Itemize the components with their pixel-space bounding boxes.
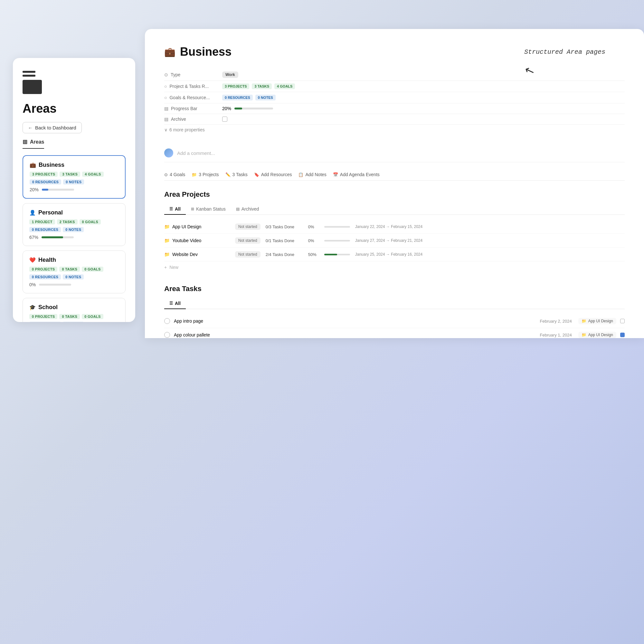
projects-action-icon: 📁 [192,172,197,177]
back-to-dashboard-button[interactable]: ← Back to Dashboard [23,122,82,133]
user-avatar [164,148,173,157]
type-prop-icon: ⊙ [164,72,168,77]
progress-prop-icon: ▤ [164,106,168,111]
page-title: Business [180,45,232,59]
sidebar: Areas ← Back to Dashboard ⊞ Areas 💼 Busi… [13,58,135,322]
prop-type: ⊙ Type Work [164,69,625,81]
task-done-checkbox-2[interactable] [620,333,625,337]
page-icon: 💼 [164,47,175,57]
projects-prop-icon: ○ [164,84,167,89]
notes-action-icon: 📋 [298,172,303,177]
sidebar-item-school[interactable]: 🎓 School 0 PROJECTS 0 TASKS 0 GOALS 0 RE… [23,298,126,322]
prop-goals: ○ Goals & Resource... 0 RESOURCES 0 NOTE… [164,92,625,103]
sidebar-item-personal[interactable]: 👤 Personal 1 PROJECT 2 TASKS 0 GOALS 0 R… [23,203,126,246]
prop-progress: ▤ Progress Bar 20% [164,103,625,114]
projects-section-title: Area Projects [164,190,625,199]
task-check-1[interactable] [164,318,170,324]
school-icon: 🎓 [29,304,36,310]
kanban-icon: ⊞ [191,207,194,211]
properties-section: ⊙ Type Work ○ Project & Tasks R... 3 PRO… [164,69,625,135]
personal-icon: 👤 [29,210,36,216]
areas-nav[interactable]: ⊞ Areas [23,138,44,149]
tasks-tab-bar: ☰ All [164,298,625,309]
area-projects-section: Area Projects ☰ All ⊞ Kanban Status ▤ Ar… [164,190,625,273]
task-project-icon-1: 📁 [582,319,586,323]
project-folder-icon-2: 📁 [164,238,170,243]
sidebar-item-health[interactable]: ❤️ Health 0 PROJECTS 0 TASKS 0 GOALS 0 R… [23,251,126,293]
task-row-colour[interactable]: App colour pallete February 1, 2024 📁 Ap… [164,328,625,338]
tasks-section-title: Area Tasks [164,285,625,293]
project-folder-icon: 📁 [164,224,170,229]
project-row-youtube[interactable]: 📁 Youtube Video Not started 0/1 Tasks Do… [164,234,625,248]
archive-checkbox[interactable] [222,117,227,122]
project-row-app-ui[interactable]: 📁 App UI Design Not started 0/3 Tasks Do… [164,220,625,234]
task-project-icon-2: 📁 [582,333,586,337]
health-icon: ❤️ [29,257,36,263]
action-projects[interactable]: 📁 3 Projects [192,172,219,177]
list-icon: ☰ [169,207,173,211]
task-done-checkbox-1[interactable] [620,319,625,323]
add-resources-button[interactable]: 🔖 Add Resources [254,172,292,177]
app-logo [23,71,126,94]
goals-action-icon: ⊙ [164,172,168,177]
comment-row[interactable]: Add a comment... [164,144,625,162]
archive-tab-icon: ▤ [236,207,240,211]
project-folder-icon-3: 📁 [164,252,170,257]
project-row-website[interactable]: 📁 Website Dev Not started 2/4 Tasks Done… [164,248,625,261]
areas-nav-icon: ⊞ [23,138,27,146]
tab-projects-archived[interactable]: ▤ Archived [231,204,264,215]
tasks-list-icon: ☰ [169,301,173,306]
sidebar-title: Areas [23,102,126,116]
prop-archive: ▤ Archive [164,114,625,125]
action-goals[interactable]: ⊙ 4 Goals [164,172,185,177]
task-check-2[interactable] [164,332,170,338]
tasks-action-icon: ✏️ [225,172,231,177]
action-tasks[interactable]: ✏️ 3 Tasks [225,172,248,177]
resources-action-icon: 🔖 [254,172,259,177]
annotation-text: Structured Area pages [524,48,605,56]
tab-tasks-all[interactable]: ☰ All [164,298,186,309]
add-notes-button[interactable]: 📋 Add Notes [298,172,326,177]
archive-prop-icon: ▤ [164,117,168,122]
more-properties-toggle[interactable]: ∨ 6 more properties [164,125,625,135]
sidebar-item-business[interactable]: 💼 Business 3 PROJECTS 3 TASKS 4 GOALS 0 … [23,155,126,199]
business-icon: 💼 [30,162,36,168]
new-project-button[interactable]: + New [164,261,625,273]
detail-panel: Structured Area pages ↙ 💼 Business ⊙ Typ… [145,29,644,338]
back-arrow-icon: ← [28,125,33,130]
tab-projects-kanban[interactable]: ⊞ Kanban Status [186,204,231,215]
area-tasks-section: Area Tasks ☰ All App intro page February… [164,285,625,338]
add-events-button[interactable]: 📅 Add Agenda Events [333,172,380,177]
tab-projects-all[interactable]: ☰ All [164,204,186,215]
action-bar: ⊙ 4 Goals 📁 3 Projects ✏️ 3 Tasks 🔖 Add … [164,169,625,181]
task-row-app-intro[interactable]: App intro page February 2, 2024 📁 App UI… [164,314,625,328]
prop-projects: ○ Project & Tasks R... 3 PROJECTS 3 TASK… [164,81,625,92]
goals-prop-icon: ○ [164,95,167,100]
events-action-icon: 📅 [333,172,338,177]
projects-tab-bar: ☰ All ⊞ Kanban Status ▤ Archived [164,204,625,215]
